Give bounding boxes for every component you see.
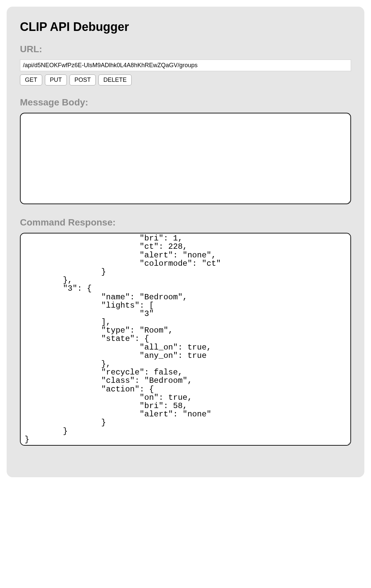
http-button-row: GET PUT POST DELETE	[20, 74, 351, 85]
response-label: Command Response:	[20, 217, 351, 228]
response-output[interactable]: "on": false, "bri": 1, "ct": 228, "alert…	[20, 233, 351, 446]
message-body-label: Message Body:	[20, 97, 351, 108]
put-button[interactable]: PUT	[45, 74, 67, 85]
message-body-section: Message Body:	[20, 97, 351, 206]
post-button[interactable]: POST	[69, 74, 96, 85]
page-title: CLIP API Debugger	[20, 20, 351, 34]
message-body-input[interactable]	[20, 113, 351, 204]
response-section: Command Response: "on": false, "bri": 1,…	[20, 217, 351, 446]
url-input[interactable]	[20, 60, 351, 71]
url-section: URL: GET PUT POST DELETE	[20, 44, 351, 85]
url-label: URL:	[20, 44, 351, 55]
delete-button[interactable]: DELETE	[98, 74, 132, 85]
debugger-panel: CLIP API Debugger URL: GET PUT POST DELE…	[7, 7, 364, 477]
get-button[interactable]: GET	[20, 74, 42, 85]
